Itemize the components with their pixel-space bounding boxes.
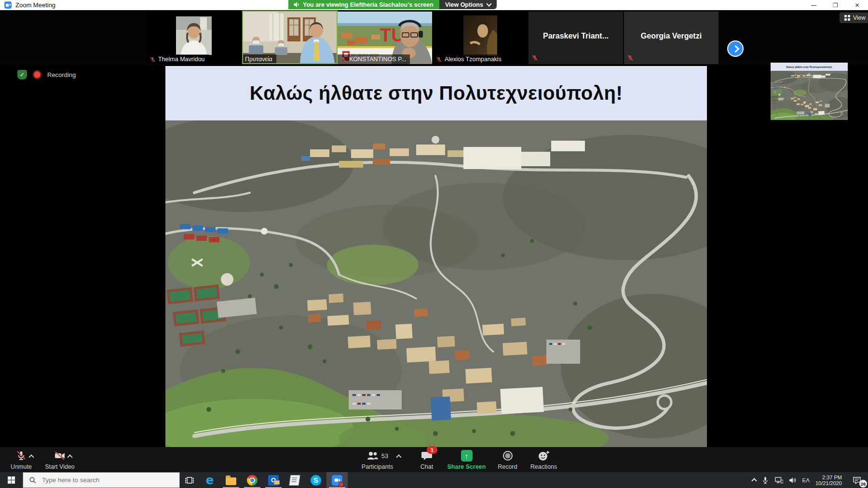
tray-hidden-icons-button[interactable] — [749, 472, 759, 488]
next-participants-page-button[interactable] — [727, 40, 744, 57]
participants-count: 53 — [381, 452, 388, 460]
tray-mic-button[interactable] — [759, 472, 772, 488]
participant-name-label: Alexios Tzompanakis — [433, 54, 505, 64]
taskbar-app-zoom[interactable] — [326, 472, 348, 488]
tray-volume-button[interactable] — [786, 472, 800, 488]
audio-options-caret[interactable] — [28, 453, 35, 460]
taskbar-app-skype[interactable]: S — [305, 472, 326, 488]
taskbar-search[interactable] — [23, 472, 180, 488]
start-button[interactable] — [0, 472, 23, 488]
window-title: Zoom Meeting — [15, 1, 55, 9]
participant-tile-georgia[interactable]: Georgia Vergetzi — [624, 12, 719, 64]
clock-date: 10/21/2020 — [815, 480, 842, 486]
slide-thumbnail[interactable]: Καλώς ήλθατε στην Πολυτεχνειούπολη! — [771, 63, 848, 120]
taskbar-app-notes[interactable] — [284, 472, 305, 488]
screen-share-banner: You are viewing Eleftheria Siachalou's s… — [288, 0, 497, 9]
recording-label: Recording — [47, 71, 76, 79]
edge-icon: e — [206, 473, 214, 487]
meeting-toolbar: Unmute Start Video — [0, 447, 868, 472]
participant-name-label: KONSTANTINOS P... — [338, 54, 410, 64]
skype-icon: S — [311, 475, 321, 486]
chevron-up-icon — [751, 478, 757, 483]
start-video-button[interactable]: Start Video — [41, 449, 79, 470]
tray-network-button[interactable] — [772, 472, 786, 488]
participants-strip: Thelma Mavridou — [0, 10, 868, 65]
chat-button[interactable]: 1 Chat — [410, 449, 444, 470]
speaker-icon — [293, 1, 299, 8]
slide-title-band: Καλώς ήλθατε στην Πολυτεχνειούπολη! — [165, 66, 707, 120]
reactions-button[interactable]: Reactions — [526, 449, 562, 470]
participants-button[interactable]: 53 Participants — [354, 449, 400, 470]
participant-name-label: Thelma Mavridou — [147, 54, 209, 64]
taskbar-app-edge[interactable]: e — [199, 472, 220, 488]
task-view-button[interactable] — [180, 472, 199, 488]
chevron-right-icon — [732, 45, 739, 53]
participant-tile-konstantinos[interactable]: TUC ΠΟΛΥΤΕΧΝΕΙΟ ΚΡΗΤΗΣ 20 — [338, 12, 432, 64]
maximize-button[interactable]: ❐ — [825, 0, 846, 10]
viewing-banner-text: You are viewing Eleftheria Siachalou's s… — [303, 1, 434, 8]
action-center-button[interactable]: 26 — [846, 472, 868, 488]
participants-caret[interactable] — [395, 453, 402, 460]
recording-dot-icon[interactable] — [34, 71, 41, 78]
mic-muted-icon — [15, 450, 27, 462]
search-input[interactable] — [41, 476, 168, 484]
minimize-button[interactable]: — — [803, 0, 825, 10]
reactions-icon — [538, 450, 550, 462]
record-icon — [502, 450, 514, 462]
close-button[interactable]: ✕ — [846, 0, 868, 10]
shared-screen-slide: Καλώς ήλθατε στην Πολυτεχνειούπολη! — [165, 66, 707, 447]
notes-icon — [289, 475, 300, 486]
video-options-caret[interactable] — [67, 453, 73, 460]
zoom-taskbar-icon — [332, 475, 342, 486]
windows-logo-icon — [8, 476, 15, 484]
camera-off-icon — [54, 450, 66, 462]
chevron-down-icon — [486, 1, 491, 6]
record-button[interactable]: Record — [492, 449, 523, 470]
search-icon — [29, 476, 36, 484]
clock-time: 2:37 PM — [822, 475, 842, 480]
thumbnail-photo — [771, 71, 848, 120]
chat-badge: 1 — [427, 446, 437, 454]
chevron-up-icon — [67, 454, 72, 460]
shield-check-icon: ✓ — [17, 70, 27, 79]
system-tray: ΕΛ 2:37 PM 10/21/2020 26 — [749, 472, 868, 488]
grid-icon — [844, 15, 850, 21]
muted-mic-icon — [531, 54, 538, 61]
campus-aerial-photo — [165, 120, 707, 447]
muted-mic-icon — [436, 56, 442, 63]
taskbar-app-file-explorer[interactable] — [220, 472, 242, 488]
muted-mic-icon — [149, 56, 156, 63]
notification-count-badge: 26 — [859, 480, 867, 488]
taskbar-app-outlook[interactable]: O — [263, 472, 284, 488]
windows-taskbar: e O S — [0, 472, 868, 488]
chrome-icon — [247, 475, 258, 486]
taskbar-app-chrome[interactable] — [242, 472, 263, 488]
participant-tile-thelma[interactable]: Thelma Mavridou — [147, 12, 241, 64]
participant-name: Georgia Vergetzi — [624, 32, 719, 40]
muted-mic-icon — [627, 54, 634, 61]
mic-icon — [762, 476, 769, 484]
thumbnail-title-band: Καλώς ήλθατε στην Πολυτεχνειούπολη! — [771, 63, 848, 71]
participant-name-label: Πρυτανεία — [242, 54, 276, 64]
slide-title: Καλώς ήλθατε στην Πολυτεχνειούπολη! — [250, 82, 623, 104]
taskbar-clock[interactable]: 2:37 PM 10/21/2020 — [813, 472, 846, 488]
participant-tile-paraskevi[interactable]: Paraskevi Triant... — [529, 12, 623, 64]
recording-indicator: ✓ Recording — [17, 70, 76, 79]
avatar-photo — [176, 16, 212, 55]
task-view-icon — [185, 476, 194, 484]
zoom-meeting-window: Zoom Meeting — ❐ ✕ You are viewing Eleft… — [0, 0, 868, 488]
participant-tile-alexios[interactable]: Alexios Tzompanakis — [433, 12, 528, 64]
network-icon — [774, 476, 783, 484]
view-options-button[interactable]: View Options — [439, 0, 497, 9]
participant-tile-prytaneia[interactable]: Πρυτανεία — [242, 11, 338, 64]
viewing-banner: You are viewing Eleftheria Siachalou's s… — [288, 0, 439, 9]
file-explorer-icon — [226, 477, 236, 485]
volume-icon — [789, 477, 797, 484]
share-screen-icon: ↑ — [461, 450, 473, 462]
muted-mic-icon — [340, 56, 347, 63]
share-screen-button[interactable]: ↑ Share Screen — [444, 449, 489, 470]
notification-dot — [339, 482, 344, 487]
outlook-icon: O — [268, 475, 279, 486]
view-button[interactable]: View — [840, 13, 868, 23]
language-indicator[interactable]: ΕΛ — [800, 472, 813, 488]
